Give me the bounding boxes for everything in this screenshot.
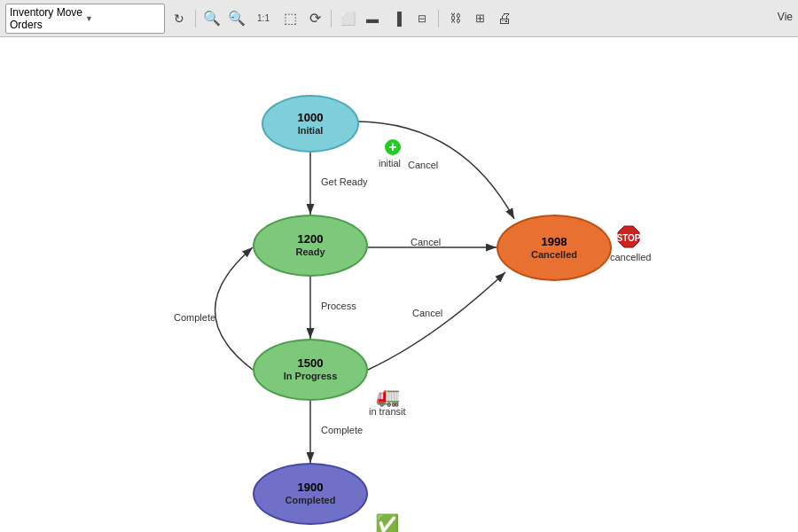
node-inprogress-id: 1500	[298, 356, 324, 370]
link-button[interactable]: ⛓	[444, 8, 466, 29]
clip-button[interactable]: ⊟	[411, 8, 433, 29]
node-ready-label: Ready	[295, 246, 325, 258]
complete-icon: ✅	[375, 513, 399, 532]
cancelled-icon-label: cancelled	[610, 252, 651, 262]
svg-text:STOP: STOP	[617, 233, 640, 243]
node-initial-label: Initial	[298, 124, 324, 137]
initial-icon-label: initial	[379, 158, 401, 168]
node-inprogress-label: In Progress	[284, 370, 338, 382]
zoom-in-button[interactable]: 🔍	[201, 8, 223, 29]
toolbar: Inventory Move Orders ▼ ↻ 🔍 🔍- 1:1 ⬚ ⟳ ⬜…	[0, 0, 798, 37]
process-label: Process	[321, 301, 356, 311]
reload-button[interactable]: ⟳	[304, 8, 325, 29]
print-button[interactable]: 🖨	[494, 8, 515, 29]
workflow-dropdown[interactable]: Inventory Move Orders ▼	[5, 4, 165, 34]
separator2	[331, 10, 332, 27]
transit-icon-label: in transit	[369, 406, 406, 417]
complete-bot-label: Complete	[321, 425, 363, 435]
initial-start-icon: +	[383, 137, 403, 157]
col-button[interactable]: ▐	[387, 8, 408, 29]
node-ready-id: 1200	[298, 232, 324, 246]
node-ready[interactable]: 1200 Ready	[253, 215, 368, 277]
workflow-canvas: Get Ready Cancel Cancel Process Cancel C…	[0, 37, 798, 532]
cancel-mid-label: Cancel	[411, 237, 441, 247]
grid-button[interactable]: ⊞	[469, 8, 490, 29]
zoom-out-button[interactable]: 🔍-	[226, 8, 247, 29]
separator	[195, 10, 196, 27]
node-cancelled-label: Cancelled	[531, 248, 577, 261]
stop-icon: STOP	[617, 225, 640, 248]
get-ready-label: Get Ready	[321, 176, 368, 187]
select-button[interactable]: ⬜	[337, 8, 358, 29]
node-cancelled-id: 1998	[542, 235, 567, 248]
flow-diagram	[0, 37, 798, 532]
view-label: Vie	[778, 11, 793, 23]
separator3	[438, 10, 439, 27]
fit-button[interactable]: ⬚	[279, 8, 301, 29]
node-completed[interactable]: 1900 Completed	[253, 463, 368, 525]
cancel-top-label: Cancel	[408, 160, 438, 170]
node-initial-id: 1000	[298, 111, 324, 124]
chevron-down-icon: ▼	[85, 14, 160, 23]
refresh-button[interactable]: ↻	[168, 8, 190, 29]
rect-button[interactable]: ▬	[362, 8, 383, 29]
cancel-low-label: Cancel	[412, 308, 442, 318]
complete-top-label: Complete	[174, 312, 215, 323]
workflow-dropdown-label: Inventory Move Orders	[10, 6, 85, 31]
node-inprogress[interactable]: 1500 In Progress	[253, 339, 368, 401]
node-completed-label: Completed	[286, 494, 336, 506]
node-completed-id: 1900	[298, 481, 324, 494]
node-cancelled[interactable]: 1998 Cancelled	[497, 215, 612, 281]
zoom-reset-button[interactable]: 1:1	[251, 8, 276, 29]
node-initial[interactable]: 1000 Initial	[262, 95, 359, 153]
transit-icon: 🚛	[376, 385, 400, 408]
